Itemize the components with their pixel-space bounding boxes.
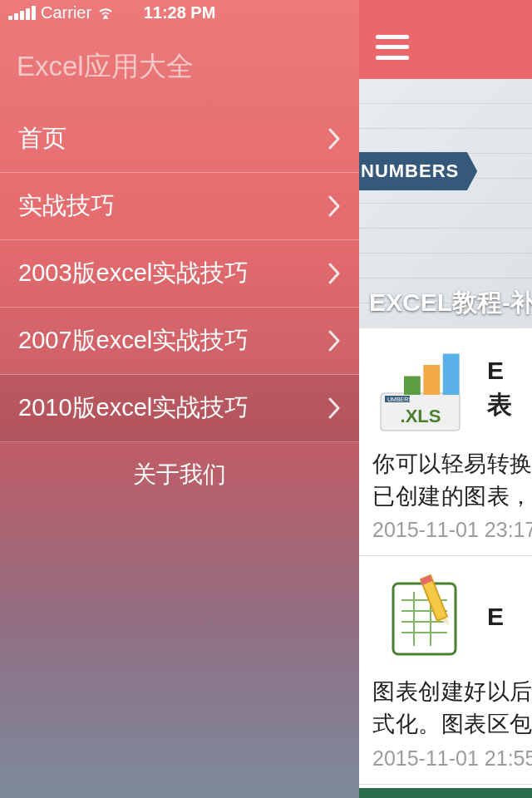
menu-item-1[interactable]: 实战技巧: [0, 173, 359, 240]
sidebar-drawer: Carrier 11:28 PM Excel应用大全 首页实战技巧2003版ex…: [0, 0, 359, 798]
chevron-right-icon: [328, 397, 341, 419]
chevron-right-icon: [328, 330, 341, 352]
content-header: [359, 0, 532, 79]
hero-caption: EXCEL教程-补: [369, 286, 532, 320]
hamburger-icon[interactable]: [376, 35, 409, 60]
menu-item-4[interactable]: 2010版excel实战技巧: [0, 375, 359, 442]
menu-item-label: 实战技巧: [18, 190, 115, 223]
status-bar: Carrier 11:28 PM: [0, 0, 359, 25]
hero-badge: NUMBERS: [359, 152, 477, 190]
menu-item-label: 2007版excel实战技巧: [18, 324, 249, 357]
article-item[interactable]: E 图表创建好以后 式化。图表区包括 2015-11-01 21:55:: [359, 556, 532, 784]
hero-banner[interactable]: NUMBERS EXCEL教程-补: [359, 79, 532, 328]
svg-rect-4: [404, 377, 421, 396]
app-title: Excel应用大全: [0, 25, 359, 106]
bottom-strip: [359, 788, 532, 798]
menu-item-label: 首页: [18, 122, 66, 155]
about-link[interactable]: 关于我们: [0, 442, 359, 507]
article-desc: 图表创建好以后 式化。图表区包括: [372, 676, 532, 741]
article-desc: 你可以轻易转换内容 已创建的图表，可: [372, 448, 532, 513]
svg-point-14: [104, 15, 107, 18]
menu-item-0[interactable]: 首页: [0, 106, 359, 173]
chevron-right-icon: [328, 128, 341, 150]
signal-icon: [8, 6, 36, 20]
status-time: 11:28 PM: [144, 3, 216, 22]
svg-text:.XLS: .XLS: [401, 406, 441, 426]
article-timestamp: 2015-11-01 21:55:: [372, 746, 532, 771]
article-item[interactable]: .XLS UMBERS E 表 你可以轻易转换内容 已创建的图表，可 2015-…: [359, 328, 532, 556]
article-title: E: [487, 603, 504, 631]
menu-item-label: 2003版excel实战技巧: [18, 257, 249, 290]
chevron-right-icon: [328, 195, 341, 217]
wifi-icon: [96, 6, 115, 19]
article-timestamp: 2015-11-01 23:17:: [372, 518, 532, 542]
svg-text:UMBERS: UMBERS: [387, 397, 412, 402]
chevron-right-icon: [328, 263, 341, 284]
article-thumb-icon: [372, 571, 472, 663]
menu-item-3[interactable]: 2007版excel实战技巧: [0, 308, 359, 375]
menu-item-2[interactable]: 2003版excel实战技巧: [0, 240, 359, 308]
svg-rect-5: [423, 365, 440, 395]
carrier-label: Carrier: [41, 3, 91, 22]
svg-rect-6: [443, 354, 460, 396]
article-thumb-icon: .XLS UMBERS: [372, 343, 472, 435]
content-panel: NUMBERS EXCEL教程-补 .XLS UMBERS: [359, 0, 532, 798]
article-title: E: [487, 357, 512, 385]
article-title-line2: 表: [487, 388, 512, 422]
menu-item-label: 2010版excel实战技巧: [18, 392, 249, 425]
